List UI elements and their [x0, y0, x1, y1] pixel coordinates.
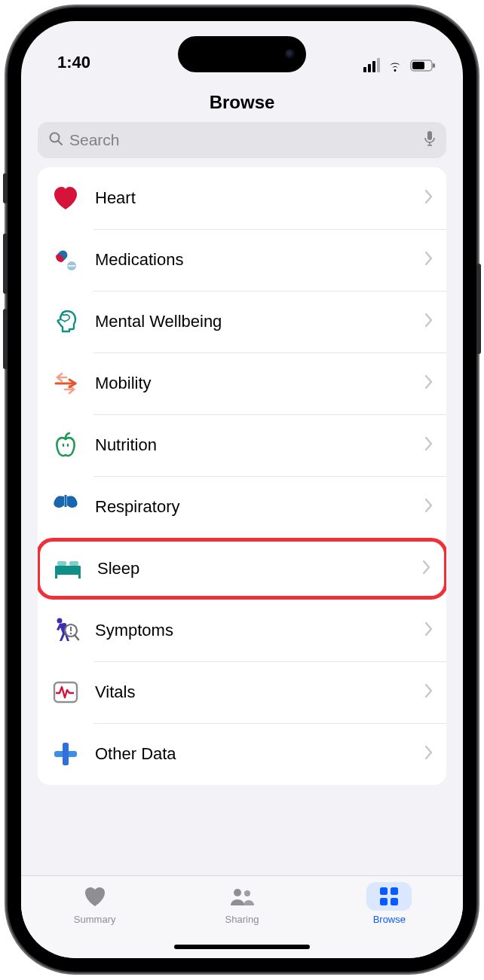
- tab-browse[interactable]: Browse: [316, 882, 463, 958]
- summary-icon: [72, 882, 118, 911]
- svg-point-16: [67, 444, 69, 447]
- tab-summary[interactable]: Summary: [21, 882, 168, 958]
- category-label: Mobility: [95, 374, 425, 393]
- browse-icon: [366, 882, 412, 911]
- chevron-right-icon: [425, 190, 433, 206]
- battery-icon: [410, 60, 436, 72]
- svg-line-25: [75, 635, 78, 640]
- category-row-sleep[interactable]: Sleep: [38, 538, 446, 600]
- svg-point-33: [244, 890, 250, 896]
- tab-label: Sharing: [225, 914, 259, 925]
- category-label: Nutrition: [95, 435, 425, 455]
- sharing-icon: [219, 882, 265, 911]
- category-label: Mental Wellbeing: [95, 312, 425, 331]
- mobility-icon: [48, 366, 83, 401]
- chevron-right-icon: [425, 499, 433, 515]
- page-header: Browse: [21, 74, 463, 119]
- page-title: Browse: [21, 92, 463, 113]
- chevron-right-icon: [425, 252, 433, 268]
- other-data-icon: [48, 737, 83, 771]
- svg-rect-22: [69, 561, 78, 566]
- chevron-right-icon: [425, 437, 433, 453]
- category-row-vitals[interactable]: Vitals: [38, 661, 446, 723]
- svg-point-15: [63, 444, 65, 447]
- svg-rect-18: [55, 566, 81, 575]
- respiratory-icon: [48, 490, 83, 524]
- category-list: Heart: [38, 167, 446, 785]
- search-icon: [48, 131, 63, 149]
- category-row-medications[interactable]: Medications: [38, 229, 446, 291]
- volume-down-button: [3, 309, 8, 369]
- content-scroll[interactable]: Heart: [21, 167, 463, 875]
- tab-label: Summary: [74, 914, 116, 925]
- heart-icon: [48, 181, 83, 215]
- svg-rect-20: [78, 575, 81, 579]
- category-row-nutrition[interactable]: Nutrition: [38, 414, 446, 476]
- category-row-heart[interactable]: Heart: [38, 167, 446, 229]
- category-label: Other Data: [95, 744, 425, 764]
- svg-rect-31: [63, 743, 69, 765]
- volume-up-button: [3, 234, 8, 294]
- tab-label: Browse: [373, 914, 406, 925]
- svg-rect-17: [65, 495, 67, 507]
- status-time: 1:40: [57, 53, 90, 72]
- svg-rect-2: [433, 63, 435, 68]
- chevron-right-icon: [425, 313, 433, 330]
- category-row-other-data[interactable]: Other Data: [38, 723, 446, 785]
- svg-rect-37: [391, 898, 398, 905]
- silent-switch: [3, 173, 8, 203]
- dynamic-island: [178, 36, 306, 72]
- category-label: Sleep: [97, 559, 423, 579]
- sleep-icon: [51, 551, 85, 586]
- medications-icon: [48, 243, 83, 277]
- svg-point-32: [234, 889, 241, 896]
- wifi-icon: [386, 59, 404, 72]
- home-indicator[interactable]: [174, 945, 310, 949]
- svg-rect-34: [380, 887, 388, 895]
- chevron-right-icon: [425, 684, 433, 701]
- category-label: Vitals: [95, 682, 425, 702]
- chevron-right-icon: [423, 560, 430, 577]
- microphone-icon[interactable]: [424, 130, 436, 150]
- svg-rect-1: [412, 62, 424, 69]
- search-placeholder: Search: [69, 131, 418, 149]
- category-row-symptoms[interactable]: Symptoms: [38, 600, 446, 661]
- phone-frame: 1:40 Browse Searc: [8, 8, 476, 972]
- svg-rect-35: [391, 887, 398, 895]
- chevron-right-icon: [425, 375, 433, 392]
- svg-line-4: [58, 141, 62, 145]
- category-label: Respiratory: [95, 497, 425, 517]
- category-label: Symptoms: [95, 621, 425, 640]
- svg-rect-21: [57, 561, 66, 566]
- category-row-respiratory[interactable]: Respiratory: [38, 476, 446, 538]
- svg-point-23: [57, 618, 63, 624]
- svg-rect-19: [55, 575, 57, 579]
- screen: 1:40 Browse Searc: [21, 21, 463, 958]
- cellular-signal-icon: [363, 58, 380, 72]
- symptoms-icon: [48, 613, 83, 648]
- vitals-icon: [48, 675, 83, 710]
- chevron-right-icon: [425, 746, 433, 762]
- category-row-mental-wellbeing[interactable]: Mental Wellbeing: [38, 291, 446, 353]
- category-label: Medications: [95, 250, 425, 270]
- chevron-right-icon: [425, 622, 433, 639]
- svg-point-27: [70, 633, 72, 635]
- front-camera: [285, 49, 296, 60]
- category-row-mobility[interactable]: Mobility: [38, 353, 446, 414]
- search-field[interactable]: Search: [38, 122, 446, 158]
- svg-rect-36: [380, 898, 388, 905]
- power-button: [476, 264, 481, 354]
- mental-wellbeing-icon: [48, 304, 83, 339]
- nutrition-icon: [48, 428, 83, 463]
- svg-rect-5: [427, 131, 432, 140]
- category-label: Heart: [95, 188, 425, 208]
